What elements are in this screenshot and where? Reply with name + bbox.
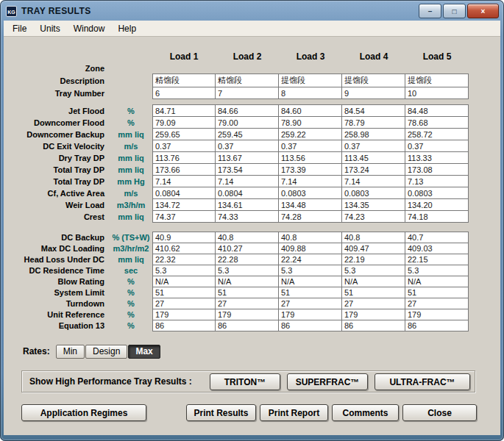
triton-button[interactable]: TRITON™: [210, 373, 280, 390]
menu-window[interactable]: Window: [67, 22, 112, 35]
row-unit: %: [110, 287, 152, 298]
value-cell: 0.37: [342, 140, 405, 152]
value-cell: 259.22: [279, 128, 342, 140]
value-cell: 27: [279, 298, 342, 309]
table-row: Blow Rating%N/AN/AN/AN/AN/A: [5, 276, 470, 287]
table-row: Cf, Active Aream/s0.08040.08040.08030.08…: [5, 187, 470, 199]
close-icon[interactable]: ×: [467, 4, 499, 18]
row-label: Downcomer Backup: [5, 128, 110, 140]
value-cell: 84.48: [405, 104, 469, 117]
value-cell: 410.27: [216, 243, 279, 254]
row-label: Weir Load: [5, 198, 110, 211]
column-header-load4: Load 4: [342, 51, 405, 62]
window-controls: – □ ×: [419, 4, 499, 18]
value-cell: 5.3: [342, 265, 405, 276]
row-unit: mm liq: [110, 210, 152, 223]
row-unit: %: [110, 309, 152, 320]
ultra-frac-button[interactable]: ULTRA-FRAC™: [375, 373, 470, 390]
value-cell: 113.76: [152, 151, 216, 164]
comments-button[interactable]: Comments: [332, 404, 399, 421]
table-row: DC Exit Velocitym/s0.370.370.370.370.37: [5, 140, 470, 152]
value-cell: 74.33: [216, 210, 279, 223]
value-cell: 27: [216, 298, 279, 309]
value-cell: 5.3: [152, 265, 216, 276]
row-label: Tray Number: [5, 87, 110, 99]
minimize-button[interactable]: –: [419, 4, 441, 18]
value-cell: 86: [152, 320, 216, 331]
value-cell: 259.65: [152, 128, 216, 140]
high-performance-buttons: TRITON™ SUPERFRAC™ ULTRA-FRAC™: [210, 373, 470, 390]
value-cell: 5.3: [216, 265, 279, 276]
value-cell: 40.9: [152, 232, 216, 243]
table-section-hydraulics: Jet Flood%84.7184.6684.6084.5484.48Downc…: [5, 104, 470, 223]
value-cell: 179: [405, 309, 469, 320]
print-results-button[interactable]: Print Results: [186, 404, 256, 421]
value-cell: 258.72: [405, 128, 469, 140]
row-label: Unit Reference: [5, 309, 110, 320]
row-unit: [110, 74, 152, 87]
value-cell: 173.66: [152, 163, 216, 176]
value-cell: 79.00: [216, 116, 279, 129]
value-cell: N/A: [152, 276, 216, 287]
table-row: Jet Flood%84.7184.6684.6084.5484.48: [5, 104, 470, 117]
tray-results-window: KG TRAY RESULTS – □ × File Units Window …: [0, 0, 504, 441]
value-cell: 134.61: [216, 198, 279, 211]
value-cell: 提馏段: [405, 74, 469, 87]
menu-units[interactable]: Units: [33, 22, 66, 35]
value-cell: 51: [405, 287, 469, 298]
value-cell: 179: [342, 309, 405, 320]
table-row: DC Residence Timesec5.35.35.35.35.3: [5, 265, 470, 276]
value-cell: 7.14: [279, 175, 342, 187]
row-label: Downcomer Flood: [5, 116, 110, 129]
value-cell: 7.14: [216, 175, 279, 187]
value-cell: N/A: [216, 276, 279, 287]
table-row: Total Tray DPmm liq173.66173.54173.39173…: [5, 163, 470, 176]
value-cell: 0.37: [405, 140, 469, 152]
row-unit: mm liq: [110, 254, 152, 265]
row-label: Blow Rating: [5, 276, 110, 287]
high-performance-label: Show High Performance Tray Results :: [29, 371, 192, 392]
title-bar[interactable]: KG TRAY RESULTS – □ ×: [0, 0, 504, 20]
print-report-button[interactable]: Print Report: [260, 404, 328, 421]
maximize-button[interactable]: □: [443, 4, 466, 18]
value-cell: 8: [279, 87, 342, 99]
row-label: DC Residence Time: [5, 265, 110, 276]
table-row: Downcomer Flood%79.0979.0078.9078.7978.6…: [5, 116, 470, 129]
menu-file[interactable]: File: [6, 22, 33, 35]
row-unit: %: [110, 320, 152, 331]
value-cell: 22.32: [152, 254, 216, 265]
superfrac-button[interactable]: SUPERFRAC™: [287, 373, 368, 390]
value-cell: 79.09: [152, 116, 216, 129]
value-cell: 精馏段: [152, 74, 216, 87]
close-button[interactable]: Close: [402, 404, 477, 421]
row-label: Total Tray DP: [5, 163, 110, 176]
value-cell: 84.54: [342, 104, 405, 117]
rates-max-button[interactable]: Max: [128, 345, 160, 359]
value-cell: 0.0804: [216, 187, 279, 199]
value-cell: 410.62: [152, 243, 216, 254]
value-cell: 0.37: [152, 140, 216, 152]
value-cell: 78.79: [342, 116, 405, 129]
value-cell: 86: [216, 320, 279, 331]
row-label: DC Exit Velocity: [5, 140, 110, 152]
value-cell: 113.67: [216, 151, 279, 164]
value-cell: 86: [405, 320, 469, 331]
menu-help[interactable]: Help: [111, 22, 143, 35]
value-cell: 0.0803: [279, 187, 342, 199]
value-cell: 134.35: [342, 198, 405, 211]
value-cell: 84.60: [279, 104, 342, 117]
application-regimes-button[interactable]: Application Regimes: [21, 404, 146, 421]
high-performance-group: Show High Performance Tray Results : TRI…: [21, 370, 475, 392]
row-unit: [110, 63, 152, 74]
column-header-load3: Load 3: [279, 51, 342, 62]
rates-design-button[interactable]: Design: [85, 345, 127, 359]
rates-min-button[interactable]: Min: [56, 345, 85, 359]
table-row: Max DC Loadingm3/hr/m2410.62410.27409.88…: [5, 243, 470, 254]
value-cell: 7.14: [342, 175, 405, 187]
row-label: Head Loss Under DC: [5, 254, 110, 265]
value-cell: 74.37: [152, 210, 216, 223]
row-label: Turndown: [5, 298, 110, 309]
value-cell: 27: [405, 298, 469, 309]
value-cell: 0.0803: [342, 187, 405, 199]
value-cell: 51: [216, 287, 279, 298]
